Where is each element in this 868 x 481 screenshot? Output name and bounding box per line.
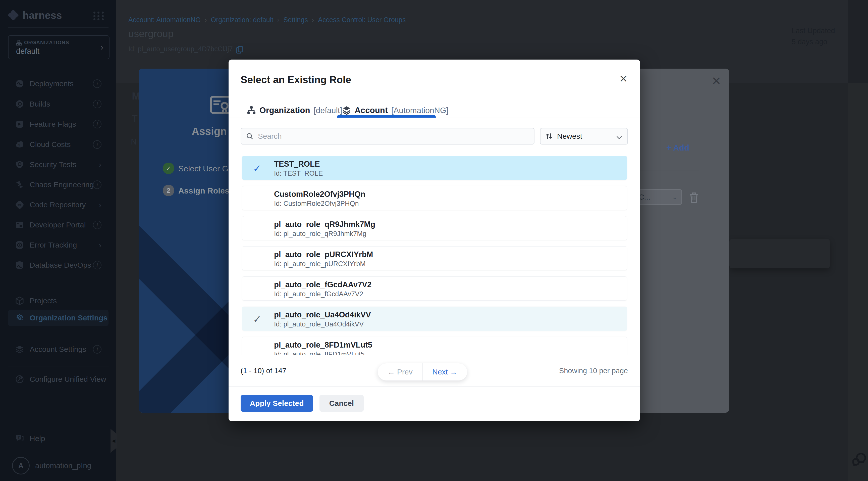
copy-icon[interactable] xyxy=(236,46,241,53)
chevron-down-icon: ⌄ xyxy=(672,193,677,201)
info-icon[interactable]: i xyxy=(93,221,101,229)
org-selector-label-text: ORGANIZATIONS xyxy=(24,40,69,46)
tab-label: Organization xyxy=(259,106,310,115)
sidebar-item-help[interactable]: ? Help xyxy=(8,430,108,447)
close-icon[interactable]: ✕ xyxy=(619,73,628,84)
sidebar-item-security-tests[interactable]: Security Tests › xyxy=(8,156,108,173)
chevron-right-icon: › xyxy=(99,241,101,250)
info-icon[interactable]: i xyxy=(93,261,101,269)
breadcrumb-org-link[interactable]: Organization: default xyxy=(211,16,273,24)
chat-widget-icon[interactable] xyxy=(852,452,867,467)
chevron-right-icon: › xyxy=(100,42,103,52)
role-list-item[interactable]: pl_auto_role_pURCXIYrbM Id: pl_auto_role… xyxy=(242,246,627,270)
select-existing-role-modal: Select an Existing Role ✕ Organization [… xyxy=(228,60,640,421)
info-icon[interactable]: i xyxy=(93,120,101,128)
breadcrumb-account-link[interactable]: Account: AutomationNG xyxy=(128,16,201,24)
step-complete-icon: ✓ xyxy=(163,162,174,174)
app-grid-icon[interactable] xyxy=(93,11,104,21)
role-list-item[interactable]: CustomRole2Ofvj3PHQn Id: CustomRole2Ofvj… xyxy=(242,186,627,210)
sidebar-item-developer-portal[interactable]: Developer Portal i xyxy=(8,217,108,233)
step2-number: 2 xyxy=(163,185,174,196)
sidebar-item-organization-settings[interactable]: Organization Settings xyxy=(8,310,108,326)
sidebar-item-label: Cloud Costs xyxy=(30,140,70,149)
avatar: A xyxy=(12,457,30,475)
account-layers-icon xyxy=(342,106,351,115)
sidebar-item-feature-flags[interactable]: Feature Flags i xyxy=(8,116,108,132)
tab-organization[interactable]: Organization [default] xyxy=(247,106,342,115)
sidebar-item-database-devops[interactable]: Database DevOps i xyxy=(8,257,108,273)
info-icon[interactable]: i xyxy=(93,80,101,88)
collapse-arrow-icon: ◀ xyxy=(112,438,116,444)
breadcrumb-separator: › xyxy=(312,17,314,24)
harness-logo-text: harness xyxy=(23,10,62,21)
page-title: usergroup xyxy=(128,28,174,39)
pagination-page-size: Showing 10 per page xyxy=(559,367,628,375)
sidebar-item-chaos-engineering[interactable]: Chaos Engineering i xyxy=(8,176,108,193)
sidebar-item-label: Configure Unified View xyxy=(30,375,106,384)
breadcrumb-settings-link[interactable]: Settings xyxy=(283,16,308,24)
sidebar-item-label: Code Repository xyxy=(30,201,86,209)
sidebar-item-label: Builds xyxy=(30,100,50,108)
sidebar-item-label: Error Tracking xyxy=(30,241,77,249)
org-hierarchy-icon xyxy=(247,106,256,115)
prev-page-button[interactable]: ← Prev xyxy=(378,363,423,381)
harness-logo: harness xyxy=(7,9,62,21)
next-page-button[interactable]: Next → xyxy=(423,363,467,381)
builds-icon xyxy=(15,99,24,109)
role-list-item[interactable]: ✓ TEST_ROLE Id: TEST_ROLE xyxy=(242,156,627,180)
sidebar-item-builds[interactable]: Builds i xyxy=(8,96,108,112)
role-id: Id: pl_auto_role_pURCXIYrbM xyxy=(274,260,366,268)
tab-badge: [default] xyxy=(314,106,342,115)
user-profile[interactable]: A automation_pIng xyxy=(8,457,91,475)
gear-icon xyxy=(15,313,24,323)
sidebar-item-cloud-costs[interactable]: $ Cloud Costs i xyxy=(8,136,108,153)
tab-account[interactable]: Account [AutomationNG] xyxy=(342,106,448,115)
last-updated-label: Last Updated xyxy=(792,25,835,36)
modal-title: Select an Existing Role xyxy=(241,74,351,85)
info-icon[interactable]: i xyxy=(93,100,101,108)
close-icon[interactable]: ✕ xyxy=(712,74,721,88)
sidebar-item-label: Deployments xyxy=(30,80,73,88)
role-list-item[interactable]: pl_auto_role_fGcdAAv7V2 Id: pl_auto_role… xyxy=(242,276,627,301)
role-list: ✓ TEST_ROLE Id: TEST_ROLE CustomRole2Ofv… xyxy=(242,156,627,355)
trash-icon[interactable] xyxy=(688,191,700,203)
sidebar-item-label: Projects xyxy=(30,297,57,305)
wrench-icon xyxy=(15,375,24,384)
sidebar-item-label: Chaos Engineering xyxy=(30,180,94,189)
org-selector[interactable]: ORGANIZATIONS default › xyxy=(8,35,110,59)
info-icon[interactable]: i xyxy=(93,140,101,149)
sidebar-item-error-tracking[interactable]: Error Tracking › xyxy=(8,237,108,253)
breadcrumb-usergroups-link[interactable]: Access Control: User Groups xyxy=(318,16,406,24)
role-name: pl_auto_role_pURCXIYrbM xyxy=(274,250,373,259)
right-gutter-body xyxy=(848,83,868,481)
info-icon[interactable]: i xyxy=(93,345,101,354)
role-list-item[interactable]: pl_auto_role_qR9Jhmk7Mg Id: pl_auto_role… xyxy=(242,216,627,240)
role-name: TEST_ROLE xyxy=(274,159,320,169)
role-list-item[interactable]: ✓ pl_auto_role_Ua4Od4ikVV Id: pl_auto_ro… xyxy=(242,307,627,331)
add-button[interactable]: + Add xyxy=(666,143,689,153)
tab-badge: [AutomationNG] xyxy=(391,106,448,115)
sort-dropdown[interactable]: Newest xyxy=(540,128,628,145)
search-input[interactable] xyxy=(257,132,529,141)
last-updated-value: 5 days ago xyxy=(792,36,835,47)
cancel-button[interactable]: Cancel xyxy=(319,395,364,412)
sidebar-item-projects[interactable]: Projects xyxy=(8,293,108,309)
sidebar-divider xyxy=(8,390,108,390)
sidebar-item-label: Account Settings xyxy=(30,345,86,354)
chevron-down-icon xyxy=(617,135,622,138)
role-id: Id: pl_auto_role_fGcdAAv7V2 xyxy=(274,290,363,298)
role-list-item[interactable]: pl_auto_role_8FD1mVLut5 Id: pl_auto_role… xyxy=(242,337,627,355)
svg-text:</>: </> xyxy=(17,203,22,207)
footer-divider xyxy=(228,387,640,387)
check-icon: ✓ xyxy=(253,162,261,174)
sidebar-item-deployments[interactable]: Deployments i xyxy=(8,76,108,92)
sidebar: harness ORGANIZATIONS default › Deploy xyxy=(0,0,116,481)
sidebar-item-configure-unified-view[interactable]: Configure Unified View xyxy=(8,371,108,388)
sidebar-divider xyxy=(8,366,108,366)
info-icon[interactable]: i xyxy=(93,180,101,189)
sort-value: Newest xyxy=(557,132,613,141)
sidebar-item-code-repository[interactable]: </> Code Repository › xyxy=(8,197,108,213)
role-id: Id: CustomRole2Ofvj3PHQn xyxy=(274,200,359,208)
sidebar-item-account-settings[interactable]: Account Settings i xyxy=(8,341,108,358)
apply-selected-button[interactable]: Apply Selected xyxy=(241,395,313,412)
